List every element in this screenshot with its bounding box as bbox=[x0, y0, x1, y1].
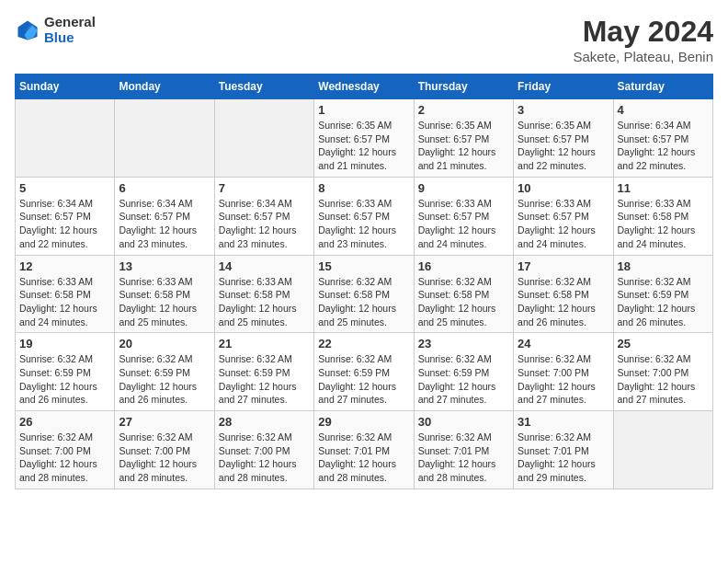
day-info: Sunrise: 6:33 AM Sunset: 6:57 PM Dayligh… bbox=[518, 197, 609, 251]
calendar-cell bbox=[613, 411, 712, 489]
day-info: Sunrise: 6:32 AM Sunset: 6:59 PM Dayligh… bbox=[219, 352, 310, 407]
day-number: 24 bbox=[518, 337, 609, 350]
calendar-table: Sunday Monday Tuesday Wednesday Thursday… bbox=[15, 74, 713, 489]
day-info: Sunrise: 6:35 AM Sunset: 6:57 PM Dayligh… bbox=[318, 119, 409, 173]
calendar-cell: 21Sunrise: 6:32 AM Sunset: 6:59 PM Dayli… bbox=[214, 333, 313, 411]
calendar-week-1: 1Sunrise: 6:35 AM Sunset: 6:57 PM Daylig… bbox=[16, 99, 713, 178]
day-info: Sunrise: 6:34 AM Sunset: 6:57 PM Dayligh… bbox=[219, 197, 310, 251]
header-sunday: Sunday bbox=[16, 75, 115, 99]
day-number: 10 bbox=[518, 181, 609, 195]
day-info: Sunrise: 6:32 AM Sunset: 7:01 PM Dayligh… bbox=[318, 431, 409, 485]
calendar-cell: 28Sunrise: 6:32 AM Sunset: 7:00 PM Dayli… bbox=[214, 411, 313, 489]
day-info: Sunrise: 6:33 AM Sunset: 6:57 PM Dayligh… bbox=[418, 197, 509, 251]
day-number: 1 bbox=[318, 103, 409, 117]
calendar-cell: 9Sunrise: 6:33 AM Sunset: 6:57 PM Daylig… bbox=[414, 177, 513, 255]
calendar-body: 1Sunrise: 6:35 AM Sunset: 6:57 PM Daylig… bbox=[16, 99, 713, 489]
calendar-cell: 10Sunrise: 6:33 AM Sunset: 6:57 PM Dayli… bbox=[514, 177, 613, 255]
header-wednesday: Wednesday bbox=[314, 75, 414, 99]
day-info: Sunrise: 6:32 AM Sunset: 6:59 PM Dayligh… bbox=[119, 352, 210, 407]
day-number: 25 bbox=[618, 337, 709, 350]
day-info: Sunrise: 6:32 AM Sunset: 7:00 PM Dayligh… bbox=[19, 431, 110, 485]
calendar-cell: 23Sunrise: 6:32 AM Sunset: 6:59 PM Dayli… bbox=[414, 333, 513, 411]
logo-general-text: General bbox=[44, 15, 96, 30]
calendar-cell: 19Sunrise: 6:32 AM Sunset: 6:59 PM Dayli… bbox=[16, 333, 115, 411]
calendar-header: Sunday Monday Tuesday Wednesday Thursday… bbox=[16, 75, 713, 99]
calendar-cell: 27Sunrise: 6:32 AM Sunset: 7:00 PM Dayli… bbox=[115, 411, 214, 489]
day-info: Sunrise: 6:32 AM Sunset: 6:59 PM Dayligh… bbox=[318, 352, 409, 407]
subtitle: Sakete, Plateau, Benin bbox=[573, 49, 713, 64]
day-info: Sunrise: 6:32 AM Sunset: 7:00 PM Dayligh… bbox=[518, 352, 609, 407]
calendar-cell: 30Sunrise: 6:32 AM Sunset: 7:01 PM Dayli… bbox=[414, 411, 513, 489]
calendar-cell: 7Sunrise: 6:34 AM Sunset: 6:57 PM Daylig… bbox=[214, 177, 313, 255]
calendar-cell bbox=[214, 99, 313, 178]
header-friday: Friday bbox=[514, 75, 613, 99]
day-number: 11 bbox=[618, 181, 709, 195]
day-info: Sunrise: 6:32 AM Sunset: 6:59 PM Dayligh… bbox=[19, 352, 110, 407]
day-number: 26 bbox=[19, 415, 110, 429]
day-info: Sunrise: 6:33 AM Sunset: 6:57 PM Dayligh… bbox=[318, 197, 409, 251]
day-number: 23 bbox=[418, 337, 509, 350]
day-number: 6 bbox=[119, 181, 210, 195]
calendar-cell: 13Sunrise: 6:33 AM Sunset: 6:58 PM Dayli… bbox=[115, 255, 214, 333]
day-info: Sunrise: 6:32 AM Sunset: 6:59 PM Dayligh… bbox=[418, 352, 509, 407]
day-info: Sunrise: 6:32 AM Sunset: 6:59 PM Dayligh… bbox=[618, 275, 709, 329]
calendar-cell bbox=[115, 99, 214, 178]
day-number: 17 bbox=[518, 259, 609, 273]
day-info: Sunrise: 6:32 AM Sunset: 6:58 PM Dayligh… bbox=[518, 275, 609, 329]
calendar-cell: 25Sunrise: 6:32 AM Sunset: 7:00 PM Dayli… bbox=[613, 333, 712, 411]
day-number: 21 bbox=[219, 337, 310, 350]
calendar-cell: 12Sunrise: 6:33 AM Sunset: 6:58 PM Dayli… bbox=[16, 255, 115, 333]
day-info: Sunrise: 6:33 AM Sunset: 6:58 PM Dayligh… bbox=[19, 275, 110, 329]
calendar-cell: 18Sunrise: 6:32 AM Sunset: 6:59 PM Dayli… bbox=[613, 255, 712, 333]
calendar-week-3: 12Sunrise: 6:33 AM Sunset: 6:58 PM Dayli… bbox=[16, 255, 713, 333]
header-row: Sunday Monday Tuesday Wednesday Thursday… bbox=[16, 75, 713, 99]
day-number: 22 bbox=[318, 337, 409, 350]
main-title: May 2024 bbox=[573, 15, 713, 49]
title-area: May 2024 Sakete, Plateau, Benin bbox=[573, 15, 713, 64]
day-number: 16 bbox=[418, 259, 509, 273]
calendar-cell: 16Sunrise: 6:32 AM Sunset: 6:58 PM Dayli… bbox=[414, 255, 513, 333]
calendar-cell: 6Sunrise: 6:34 AM Sunset: 6:57 PM Daylig… bbox=[115, 177, 214, 255]
day-number: 3 bbox=[518, 103, 609, 117]
day-number: 31 bbox=[518, 415, 609, 429]
day-number: 30 bbox=[418, 415, 509, 429]
calendar-week-2: 5Sunrise: 6:34 AM Sunset: 6:57 PM Daylig… bbox=[16, 177, 713, 255]
header: General Blue May 2024 Sakete, Plateau, B… bbox=[15, 15, 713, 64]
day-info: Sunrise: 6:32 AM Sunset: 7:00 PM Dayligh… bbox=[618, 352, 709, 407]
day-info: Sunrise: 6:32 AM Sunset: 7:01 PM Dayligh… bbox=[518, 431, 609, 485]
calendar-week-4: 19Sunrise: 6:32 AM Sunset: 6:59 PM Dayli… bbox=[16, 333, 713, 411]
calendar-cell: 8Sunrise: 6:33 AM Sunset: 6:57 PM Daylig… bbox=[314, 177, 414, 255]
day-number: 4 bbox=[618, 103, 709, 117]
day-info: Sunrise: 6:33 AM Sunset: 6:58 PM Dayligh… bbox=[219, 275, 310, 329]
calendar-cell: 11Sunrise: 6:33 AM Sunset: 6:58 PM Dayli… bbox=[613, 177, 712, 255]
calendar-cell: 2Sunrise: 6:35 AM Sunset: 6:57 PM Daylig… bbox=[414, 99, 513, 178]
day-info: Sunrise: 6:34 AM Sunset: 6:57 PM Dayligh… bbox=[618, 119, 709, 173]
day-number: 29 bbox=[318, 415, 409, 429]
day-number: 27 bbox=[119, 415, 210, 429]
calendar-cell: 31Sunrise: 6:32 AM Sunset: 7:01 PM Dayli… bbox=[514, 411, 613, 489]
day-number: 20 bbox=[119, 337, 210, 350]
day-number: 7 bbox=[219, 181, 310, 195]
header-monday: Monday bbox=[115, 75, 214, 99]
calendar-cell: 3Sunrise: 6:35 AM Sunset: 6:57 PM Daylig… bbox=[514, 99, 613, 178]
calendar-week-5: 26Sunrise: 6:32 AM Sunset: 7:00 PM Dayli… bbox=[16, 411, 713, 489]
calendar-cell: 15Sunrise: 6:32 AM Sunset: 6:58 PM Dayli… bbox=[314, 255, 414, 333]
calendar-cell: 29Sunrise: 6:32 AM Sunset: 7:01 PM Dayli… bbox=[314, 411, 414, 489]
day-number: 15 bbox=[318, 259, 409, 273]
day-number: 5 bbox=[19, 181, 110, 195]
day-info: Sunrise: 6:34 AM Sunset: 6:57 PM Dayligh… bbox=[119, 197, 210, 251]
calendar-cell: 20Sunrise: 6:32 AM Sunset: 6:59 PM Dayli… bbox=[115, 333, 214, 411]
logo-icon bbox=[15, 17, 40, 43]
day-number: 19 bbox=[19, 337, 110, 350]
day-info: Sunrise: 6:33 AM Sunset: 6:58 PM Dayligh… bbox=[119, 275, 210, 329]
calendar-cell: 22Sunrise: 6:32 AM Sunset: 6:59 PM Dayli… bbox=[314, 333, 414, 411]
calendar-cell: 14Sunrise: 6:33 AM Sunset: 6:58 PM Dayli… bbox=[214, 255, 313, 333]
logo-blue-text: Blue bbox=[44, 30, 96, 46]
logo-text: General Blue bbox=[44, 15, 96, 45]
header-thursday: Thursday bbox=[414, 75, 513, 99]
calendar-cell: 5Sunrise: 6:34 AM Sunset: 6:57 PM Daylig… bbox=[16, 177, 115, 255]
calendar-cell bbox=[16, 99, 115, 178]
day-info: Sunrise: 6:32 AM Sunset: 7:01 PM Dayligh… bbox=[418, 431, 509, 485]
day-number: 13 bbox=[119, 259, 210, 273]
calendar-cell: 4Sunrise: 6:34 AM Sunset: 6:57 PM Daylig… bbox=[613, 99, 712, 178]
